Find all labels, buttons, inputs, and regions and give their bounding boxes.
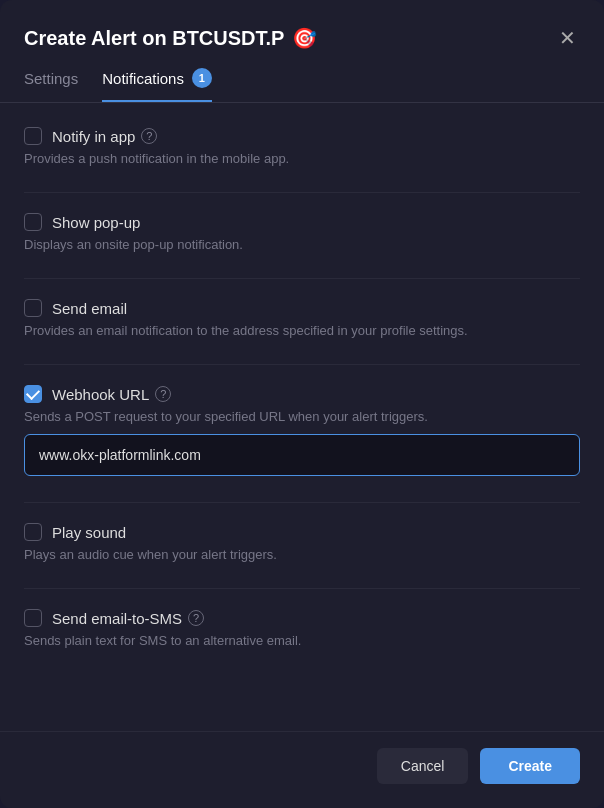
tab-bar: Settings Notifications 1	[0, 52, 604, 103]
label-webhook-url: Webhook URL ?	[52, 386, 171, 403]
option-show-popup: Show pop-up Displays an onsite pop-up no…	[24, 213, 580, 252]
label-notify-in-app: Notify in app ?	[52, 128, 157, 145]
label-show-popup: Show pop-up	[52, 214, 140, 231]
modal-body: Notify in app ? Provides a push notifica…	[0, 103, 604, 731]
cancel-button[interactable]: Cancel	[377, 748, 469, 784]
divider-4	[24, 502, 580, 503]
option-webhook-url: Webhook URL ? Sends a POST request to yo…	[24, 385, 580, 476]
divider-2	[24, 278, 580, 279]
help-icon-notify-in-app[interactable]: ?	[141, 128, 157, 144]
notifications-badge: 1	[192, 68, 212, 88]
divider-1	[24, 192, 580, 193]
option-row-send-email-sms: Send email-to-SMS ?	[24, 609, 580, 627]
desc-play-sound: Plays an audio cue when your alert trigg…	[24, 547, 580, 562]
label-send-email-sms: Send email-to-SMS ?	[52, 610, 204, 627]
divider-5	[24, 588, 580, 589]
option-row-play-sound: Play sound	[24, 523, 580, 541]
title-text: Create Alert on BTCUSDT.P	[24, 27, 284, 50]
label-play-sound: Play sound	[52, 524, 126, 541]
help-icon-send-email-sms[interactable]: ?	[188, 610, 204, 626]
tab-settings-label: Settings	[24, 70, 78, 87]
option-play-sound: Play sound Plays an audio cue when your …	[24, 523, 580, 562]
modal-title: Create Alert on BTCUSDT.P 🎯	[24, 26, 317, 50]
option-notify-in-app: Notify in app ? Provides a push notifica…	[24, 127, 580, 166]
desc-webhook-url: Sends a POST request to your specified U…	[24, 409, 580, 424]
create-alert-modal: Create Alert on BTCUSDT.P 🎯 ✕ Settings N…	[0, 0, 604, 808]
option-row-send-email: Send email	[24, 299, 580, 317]
desc-show-popup: Displays an onsite pop-up notification.	[24, 237, 580, 252]
create-button[interactable]: Create	[480, 748, 580, 784]
checkbox-send-email[interactable]	[24, 299, 42, 317]
close-button[interactable]: ✕	[555, 24, 580, 52]
tab-settings[interactable]: Settings	[24, 68, 78, 102]
desc-send-email-sms: Sends plain text for SMS to an alternati…	[24, 633, 580, 648]
modal-header: Create Alert on BTCUSDT.P 🎯 ✕	[0, 0, 604, 52]
checkbox-show-popup[interactable]	[24, 213, 42, 231]
option-row-show-popup: Show pop-up	[24, 213, 580, 231]
desc-send-email: Provides an email notification to the ad…	[24, 323, 580, 338]
tab-notifications[interactable]: Notifications 1	[102, 68, 212, 102]
option-row-notify-in-app: Notify in app ?	[24, 127, 580, 145]
option-row-webhook-url: Webhook URL ?	[24, 385, 580, 403]
divider-3	[24, 364, 580, 365]
checkbox-play-sound[interactable]	[24, 523, 42, 541]
tab-notifications-label: Notifications	[102, 70, 184, 87]
option-send-email: Send email Provides an email notificatio…	[24, 299, 580, 338]
webhook-url-input[interactable]	[24, 434, 580, 476]
checkbox-send-email-sms[interactable]	[24, 609, 42, 627]
close-icon: ✕	[559, 27, 576, 49]
title-emoji: 🎯	[292, 26, 317, 50]
checkbox-notify-in-app[interactable]	[24, 127, 42, 145]
checkbox-webhook-url[interactable]	[24, 385, 42, 403]
option-send-email-sms: Send email-to-SMS ? Sends plain text for…	[24, 609, 580, 648]
help-icon-webhook-url[interactable]: ?	[155, 386, 171, 402]
desc-notify-in-app: Provides a push notification in the mobi…	[24, 151, 580, 166]
modal-footer: Cancel Create	[0, 731, 604, 808]
label-send-email: Send email	[52, 300, 127, 317]
